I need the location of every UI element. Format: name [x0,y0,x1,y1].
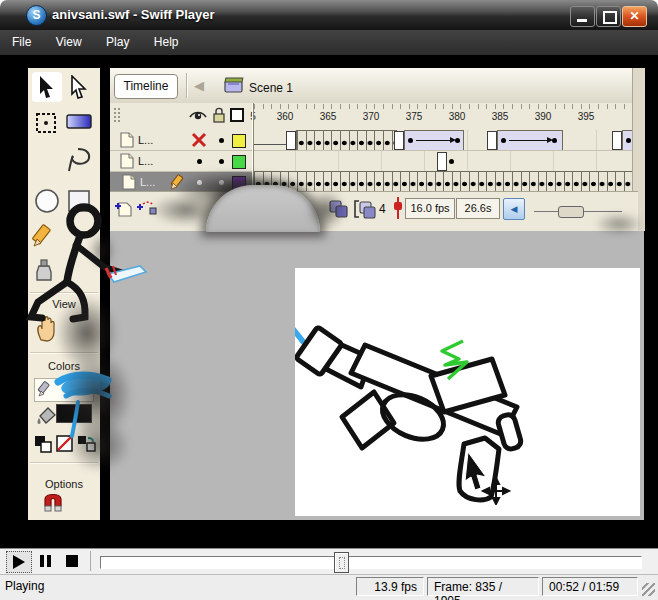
stop-icon [66,555,78,567]
edit-bar-divider [186,73,187,98]
snap-magnet-icon[interactable] [40,492,66,516]
subselection-tool-icon[interactable] [68,75,90,99]
ruler-label: 385 [487,111,513,122]
title-bar[interactable]: S anivsani.swf - Swiff Player ✕ [0,0,658,30]
layer-1-lock-dot[interactable] [219,138,224,143]
ruler-ticks [254,104,632,109]
stage[interactable] [295,268,640,516]
empty-keyframe[interactable] [487,131,497,150]
show-hide-eye-icon[interactable] [189,109,207,123]
timeline-hscroll-thumb[interactable] [558,206,584,218]
play-button[interactable] [6,551,32,573]
keyframe-run-layer3[interactable] [253,171,634,193]
close-icon: ✕ [629,9,639,23]
swiff-player-logo-icon: S [26,5,47,26]
layer-2-name[interactable]: L... [138,155,153,167]
ruler-label: 395 [573,111,599,122]
timeline-tab[interactable]: Timeline [114,74,178,99]
elapsed-time-display[interactable]: 26.6s [456,198,500,219]
smoke-cloud [68,418,130,472]
keyframe-dot[interactable] [449,159,454,164]
tools-options-label: Options [28,478,100,490]
play-icon [13,555,25,569]
motion-tween-span[interactable] [497,130,563,151]
scene-clapperboard-icon [224,76,244,94]
lock-layers-icon[interactable] [212,106,226,124]
current-frame-number: 4 [379,202,386,216]
smoke-blob [594,212,644,236]
layer-1-hidden-x-icon[interactable] [190,131,208,149]
maximize-icon [603,11,617,24]
layer-2-visible-dot[interactable] [197,159,202,164]
layer-1-name[interactable]: L... [138,134,153,146]
back-arrow-icon[interactable]: ◀ [194,78,204,93]
ruler-label: 380 [444,111,470,122]
empty-keyframe[interactable] [612,131,622,150]
empty-keyframe[interactable] [437,152,447,171]
timeline-edit-bar [110,68,638,104]
ruler-label: 390 [530,111,556,122]
menu-help[interactable]: Help [144,30,189,49]
empty-keyframe[interactable] [394,131,404,150]
lasso-tool-icon[interactable] [64,145,92,175]
playhead-marker-icon[interactable] [393,197,402,219]
layer-page-icon [119,153,135,169]
frame-rate-display[interactable]: 16.0 fps [405,198,455,219]
frame-indicator: Frame: 835 / 1905 [427,577,539,596]
seek-slider-track[interactable] [100,556,642,569]
outline-view-icon[interactable] [230,108,244,122]
frames-row-divider [253,150,632,151]
timeline-scroll-left-button[interactable]: ◀ [503,198,525,220]
ruler-label: 365 [315,111,341,122]
selection-tool-icon[interactable] [36,75,58,99]
menu-play[interactable]: Play [96,30,139,49]
menu-view[interactable]: View [46,30,92,49]
free-transform-tool-icon[interactable] [33,110,59,136]
maximize-button[interactable] [596,6,621,27]
smoke-blob [88,232,116,270]
minimize-button[interactable] [570,6,595,27]
pause-button[interactable] [34,551,58,571]
gradient-transform-tool-icon[interactable] [65,112,93,132]
stop-button[interactable] [60,551,84,571]
layer-1-outline-swatch[interactable] [232,134,246,148]
mouse-cursor-icon [460,450,515,505]
keyframe-run-layer1[interactable] [296,130,397,151]
time-indicator: 00:52 / 01:59 [542,577,638,596]
menu-bar: File View Play Help [0,30,658,55]
pause-icon [40,555,44,567]
swiff-player-window: S anivsani.swf - Swiff Player ✕ File Vie… [0,0,658,600]
ruler-label: 370 [358,111,384,122]
empty-keyframe[interactable] [286,131,296,150]
layer-2-outline-swatch[interactable] [232,155,246,169]
resize-grip[interactable] [642,583,655,596]
fps-indicator: 13.9 fps [356,577,424,596]
motion-tween-span[interactable] [404,130,464,151]
window-title: anivsani.swf - Swiff Player [52,7,215,22]
playback-state: Playing [5,579,44,593]
layer-page-icon [119,132,135,148]
seek-slider-thumb[interactable] [334,552,349,573]
ruler-label: 360 [272,111,298,122]
smoke-blob [306,190,346,230]
menu-file[interactable]: File [2,30,41,49]
ruler-label: 375 [401,111,427,122]
scene-name[interactable]: Scene 1 [249,81,293,95]
frame-span-line [253,144,286,145]
layer-2-lock-dot[interactable] [219,159,224,164]
controls-divider [90,551,91,571]
panel-grip-icon[interactable] [113,107,121,124]
layer-3-name[interactable]: L... [140,176,155,188]
close-button[interactable]: ✕ [622,6,647,27]
modify-onion-markers-icon[interactable] [352,199,378,219]
minimize-icon [577,19,587,22]
